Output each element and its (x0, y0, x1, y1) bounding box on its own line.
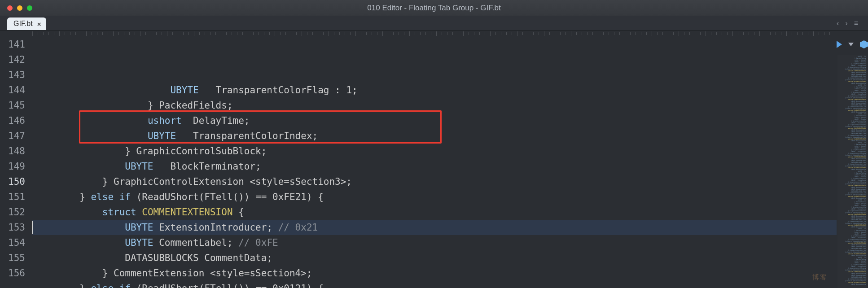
watermark-text: 博客 (812, 273, 828, 282)
token-kw: else (91, 192, 114, 202)
code-line[interactable]: } PackedFields; (32, 98, 837, 113)
line-number: 152 (0, 205, 32, 220)
token-kw: UBYTE (170, 85, 198, 96)
token-nm: } (79, 283, 91, 288)
token-nm: ) { (307, 192, 324, 202)
token-kw: if (119, 283, 131, 288)
line-number: 150 (0, 174, 32, 189)
token-nm: } CommentExtension <style=sSection4>; (102, 268, 312, 279)
code-line[interactable]: UBYTE CommentLabel; // 0xFE (32, 235, 837, 250)
token-cm: // 0x21 (278, 222, 318, 233)
code-line[interactable]: DATASUBBLOCKS CommentData; (32, 250, 837, 266)
line-number: 145 (0, 98, 32, 113)
tab-nav-icons: ‹ › ≡ (837, 19, 858, 27)
code-line[interactable]: UBYTE BlockTerminator; (32, 159, 837, 174)
line-number-gutter: 1411421431441451461471481491501511521531… (0, 31, 32, 288)
code-line[interactable]: ushort DelayTime; (32, 113, 837, 128)
traffic-lights (7, 5, 32, 11)
token-nm: 0xFE21 (272, 192, 307, 202)
token-nm (114, 192, 119, 202)
maximize-window-button[interactable] (27, 5, 32, 11)
line-number: 147 (0, 128, 32, 144)
token-kw: UBYTE (125, 161, 153, 172)
tab-back-icon[interactable]: ‹ (837, 19, 839, 27)
line-number: 155 (0, 250, 32, 266)
window-title: 010 Editor - Floating Tab Group - GIF.bt (367, 4, 500, 13)
code-line[interactable]: UBYTE ExtensionIntroducer; // 0x21 (32, 220, 837, 235)
line-number: 148 (0, 144, 32, 159)
line-number: 151 (0, 189, 32, 205)
line-number: 153 (0, 220, 32, 235)
token-nm: BlockTerminator; (153, 161, 261, 172)
code-line[interactable]: } GraphicControlExtension <style=sSectio… (32, 174, 837, 189)
close-tab-icon[interactable]: × (37, 20, 41, 28)
token-nm: TransparentColorIndex; (176, 131, 318, 141)
window-titlebar: 010 Editor - Floating Tab Group - GIF.bt (0, 0, 868, 16)
token-fn: COMMENTEXTENSION (142, 207, 232, 218)
token-nm (136, 207, 142, 218)
chevron-down-icon[interactable] (848, 43, 854, 46)
line-number: 141 (0, 37, 32, 52)
token-nm: ; (352, 85, 358, 96)
tab-menu-icon[interactable]: ≡ (854, 19, 858, 27)
tab-gif-bt[interactable]: GIF.bt × (7, 17, 46, 30)
token-nm: DelayTime; (182, 115, 250, 126)
code-line[interactable]: } else if (ReadUShort(FTell()) == 0xFE21… (32, 189, 837, 205)
code-line[interactable]: struct COMMENTEXTENSION { (32, 205, 837, 220)
token-kw: UBYTE (148, 131, 176, 141)
token-nm: DATASUBBLOCKS CommentData; (125, 253, 272, 263)
line-number: 142 (0, 52, 32, 67)
tab-fwd-icon[interactable]: › (845, 19, 847, 27)
tab-label: GIF.bt (13, 20, 33, 28)
right-column: UBYTE TransparentColorFlag : 1; } Packed… (837, 31, 868, 288)
token-kw: if (119, 192, 131, 202)
token-nm: ) { (307, 283, 324, 288)
code-line[interactable]: } CommentExtension <style=sSection4>; (32, 266, 837, 281)
text-caret (32, 221, 33, 234)
minimize-window-button[interactable] (17, 5, 22, 11)
close-window-button[interactable] (7, 5, 13, 11)
token-nm: ExtensionIntroducer; (153, 222, 278, 233)
token-nm: } (79, 192, 91, 202)
cube-icon[interactable] (860, 40, 868, 48)
line-number: 149 (0, 159, 32, 174)
code-text-area[interactable]: UBYTE TransparentColorFlag : 1; } Packed… (32, 31, 837, 288)
token-kw: ushort (148, 115, 182, 126)
line-number: 146 (0, 113, 32, 128)
token-nm: { (233, 207, 244, 218)
token-nm: (ReadUShort(FTell()) == (131, 192, 272, 202)
play-icon[interactable] (837, 41, 842, 48)
code-line[interactable]: UBYTE TransparentColorFlag : 1; (32, 83, 837, 98)
token-nm (114, 283, 119, 288)
token-kw: UBYTE (125, 222, 153, 233)
editor-area: 1411421431441451461471481491501511521531… (0, 31, 868, 288)
token-nm: } GraphicControlExtension <style=sSectio… (102, 176, 352, 187)
token-kw: struct (102, 207, 136, 218)
code-line[interactable]: UBYTE TransparentColorIndex; (32, 128, 837, 144)
token-nm: 1 (346, 85, 352, 96)
line-number: 143 (0, 67, 32, 83)
line-number: 154 (0, 235, 32, 250)
line-number: 156 (0, 266, 32, 281)
token-kw: else (91, 283, 114, 288)
token-nm: } PackedFields; (148, 100, 233, 111)
right-toolbar (837, 37, 868, 52)
token-cm: // 0xFE (238, 237, 278, 248)
line-number: 144 (0, 83, 32, 98)
token-nm: CommentLabel; (153, 237, 239, 248)
token-nm: } GraphicControlSubBlock; (125, 146, 267, 157)
token-nm: TransparentColorFlag : (199, 85, 346, 96)
minimap[interactable]: UBYTE TransparentColorFlag : 1; } Packed… (837, 55, 867, 288)
code-line[interactable]: } else if (ReadUShort(FTell()) == 0x0121… (32, 281, 837, 288)
code-line[interactable]: } GraphicControlSubBlock; (32, 144, 837, 159)
token-kw: UBYTE (125, 237, 153, 248)
tab-shelf: GIF.bt × ‹ › ≡ (0, 16, 868, 31)
token-nm: 0x0121 (272, 283, 307, 288)
token-nm: (ReadUShort(FTell()) == (131, 283, 272, 288)
